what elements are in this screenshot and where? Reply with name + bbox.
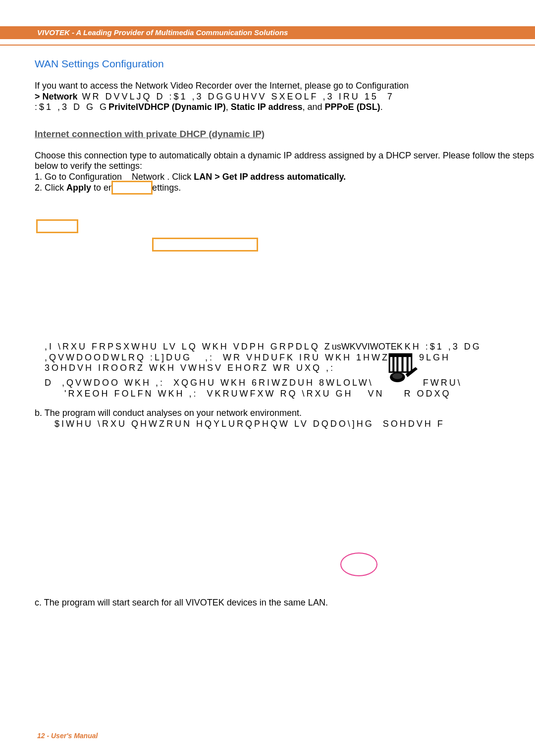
step1a: 1. Go to Configuration Network . Click: [35, 172, 194, 182]
mid-lb: 'RXEOH FOLFN WKH ,: VKRUWFXW RQ \RXU GH: [64, 389, 353, 400]
step-b-text: b. The program will conduct analyses on …: [35, 408, 302, 418]
intro-line3-b1: PrivitelVDHCP (Dynamic IP): [108, 102, 226, 112]
intro-line2-bold: > Network: [35, 92, 78, 101]
content-area: WAN Settings Configuration If you want t…: [35, 57, 535, 608]
intro-line3-sep2: , and: [303, 102, 325, 112]
step-c: c. The program will start search for all…: [35, 598, 535, 608]
intro-line3-garbled: :$1 ,3 D G G: [35, 102, 108, 112]
page: VIVOTEK - A Leading Provider of Multimed…: [0, 0, 535, 756]
sub-paragraph: Choose this connection type to automatic…: [35, 151, 535, 193]
callout-box-3: [152, 238, 258, 252]
step-c-text: c. The program will start search for all…: [35, 598, 328, 607]
intro-line3-b3: PPPoE (DSL): [325, 102, 380, 112]
mid-la2: FWRU\: [423, 378, 462, 388]
footer-text: 12 - User's Manual: [37, 732, 98, 740]
mid-l3: 3OHDVH IROORZ WKH VWHSV EHORZ WR UXQ ,:: [45, 363, 335, 373]
intro-line3-sep1: ,: [226, 102, 231, 112]
mid-block: ,I \RXU FRPSXWHU LV LQ WKH VDPH GRPDLQ Z…: [45, 342, 535, 374]
section-title: WAN Settings Configuration: [35, 58, 535, 70]
mid-l1b: usWKVVIWOTE: [332, 342, 397, 352]
sub-p1: Choose this connection type to automatic…: [35, 151, 535, 171]
intro-line2-tail: 7: [378, 92, 394, 101]
mid-l1c: KKH :$1 ,3 DG: [397, 342, 482, 352]
sub-heading: Internet connection with private DHCP (d…: [35, 129, 535, 140]
intro-line2-garbled: WR DVVLJQ D :$1 ,3 DGGUHVV SXEOLF ,3 IRU…: [78, 92, 378, 101]
mid-lb2: VN: [368, 389, 384, 399]
callout-box-1: [111, 181, 153, 195]
svg-rect-5: [389, 354, 412, 357]
svg-point-7: [392, 373, 402, 379]
callout-box-2: [36, 219, 78, 233]
pink-oval-annotation: [340, 553, 377, 576]
mid-l1a: ,I \RXU FRPSXWHU LV LQ WKH VDPH GRPDLQ Z: [45, 342, 332, 352]
intro-line3-dot: .: [380, 102, 383, 112]
mid-la: D ,QVWDOO WKH ,: XQGHU WKH 6RIWZDUH 8WLO…: [45, 378, 374, 388]
step-b: b. The program will conduct analyses on …: [35, 408, 535, 429]
mid-list-a: D ,QVWDOO WKH ,: XQGHU WKH 6RIWZDUH 8WLO…: [45, 378, 535, 399]
intro-paragraph: If you want to access the Network Video …: [35, 81, 535, 113]
step2b: Apply: [66, 183, 91, 193]
step2a: 2. Click: [35, 183, 66, 193]
intro-line3-b2: Static IP address: [231, 102, 303, 112]
page-footer: 12 - User's Manual: [37, 732, 98, 740]
header-rule: [0, 45, 535, 46]
header-brand-band: VIVOTEK - A Leading Provider of Multimed…: [0, 26, 535, 39]
mid-lb3: R ODXQ: [404, 389, 451, 399]
header-brand-text: VIVOTEK - A Leading Provider of Multimed…: [37, 28, 288, 37]
intro-line1: If you want to access the Network Video …: [35, 81, 409, 91]
step1b: LAN > Get IP address automatically.: [194, 172, 346, 182]
iw-shortcut-icon: [386, 352, 419, 384]
step-b-garbled: $IWHU \RXU QHWZRUN HQYLURQPHQW LV DQDO\]…: [54, 419, 445, 430]
